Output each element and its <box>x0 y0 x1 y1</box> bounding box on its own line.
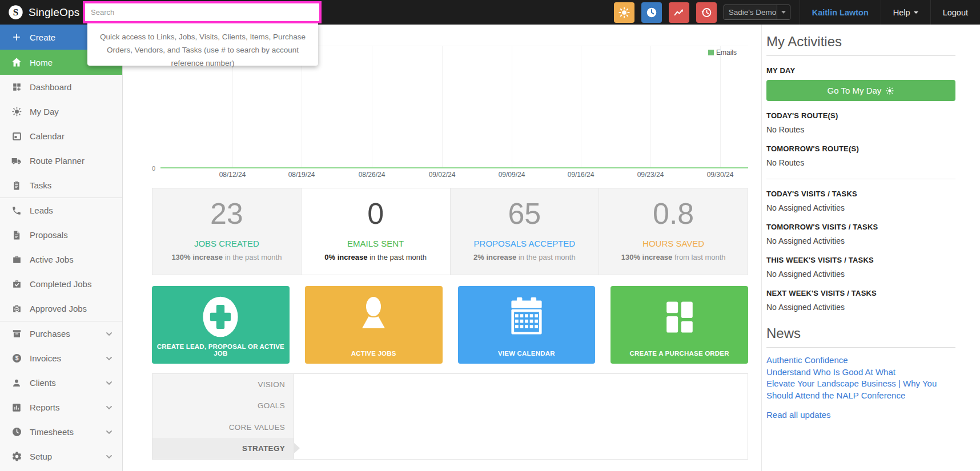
chevron-down-icon <box>105 404 113 412</box>
news-link[interactable]: Authentic Confidence <box>766 355 955 367</box>
sun-icon <box>10 106 23 118</box>
tab-label: GOALS <box>258 401 285 410</box>
metrics-quick-button[interactable] <box>669 2 689 23</box>
tab-strategy[interactable]: STRATEGY <box>152 438 294 459</box>
sidebar-item-leads[interactable]: Leads <box>0 198 122 223</box>
chart-gridline <box>512 46 512 167</box>
my-activities-title: My Activities <box>766 25 955 56</box>
sun-icon <box>618 6 630 19</box>
tab-goals[interactable]: GOALS <box>152 395 294 416</box>
sidebar-item-label: Completed Jobs <box>30 279 122 289</box>
sidebar-item-dashboard[interactable]: Dashboard <box>0 75 122 99</box>
tab-vision[interactable]: VISION <box>152 374 294 395</box>
history-quick-button[interactable] <box>696 2 717 23</box>
sidebar-item-tasks[interactable]: Tasks <box>0 173 122 198</box>
sidebar-item-label: Purchases <box>30 329 105 339</box>
phone-icon <box>10 204 23 217</box>
sidebar-item-completed-jobs[interactable]: Completed Jobs <box>0 272 122 296</box>
sidebar-item-proposals[interactable]: Proposals <box>0 223 122 247</box>
calendar-icon <box>10 130 23 143</box>
view-calendar-tile[interactable]: VIEW CALENDAR <box>458 286 596 364</box>
sidebar-item-label: Tasks <box>30 180 122 190</box>
stat-jobs-created[interactable]: 23 JOBS CREATED 130% increase in the pas… <box>152 188 302 275</box>
tile-label: ACTIVE JOBS <box>305 350 443 357</box>
help-label: Help <box>893 8 910 17</box>
briefcase-icon <box>10 253 23 266</box>
chart-gridline <box>372 46 372 167</box>
svg-text:$: $ <box>15 355 18 361</box>
chart-legend: Emails <box>708 49 737 57</box>
chart-y-axis-zero: 0 <box>152 165 155 172</box>
this-weeks-visits-heading: THIS WEEK'S VISITS / TASKS <box>766 256 955 264</box>
tomorrows-routes-heading: TOMORROW'S ROUTE(S) <box>766 144 955 153</box>
create-lead-proposal-job-tile[interactable]: CREATE LEAD, PROPOSAL OR ACTIVE JOB <box>152 286 290 364</box>
create-purchase-order-tile[interactable]: CREATE A PURCHASE ORDER <box>611 286 748 364</box>
sidebar: Create Home Dashboard My Day Calendar Ro… <box>0 25 123 471</box>
next-weeks-visits-heading: NEXT WEEK'S VISITS / TASKS <box>766 289 955 297</box>
stat-hours-saved[interactable]: 0.8 HOURS SAVED 130% increase from last … <box>599 188 748 275</box>
chart-gridline <box>581 46 581 167</box>
x-tick: 08/12/24 <box>208 171 256 179</box>
stat-value: 0.8 <box>599 196 748 231</box>
logout-button[interactable]: Logout <box>930 0 980 25</box>
chevron-down-icon <box>781 11 786 14</box>
tile-label: CREATE LEAD, PROPOSAL OR ACTIVE JOB <box>152 343 290 357</box>
stat-proposals-accepted[interactable]: 65 PROPOSALS ACCEPTED 2% increase in the… <box>451 188 600 275</box>
my-day-quick-button[interactable] <box>614 2 634 23</box>
sidebar-item-label: Proposals <box>30 230 122 240</box>
news-links: Authentic Confidence Understand Who Is G… <box>766 355 955 402</box>
account-select-arrow-button[interactable] <box>777 5 790 19</box>
tab-label: CORE VALUES <box>229 423 285 432</box>
sidebar-item-label: Approved Jobs <box>30 304 122 313</box>
account-select[interactable]: Sadie's Demo <box>724 5 790 20</box>
document-icon <box>10 229 23 241</box>
chevron-down-icon <box>105 453 113 461</box>
tomorrows-visits-heading: TOMORROW'S VISITS / TASKS <box>766 223 955 231</box>
news-link[interactable]: Understand Who Is Good At What <box>766 367 955 379</box>
singleops-logo[interactable]: S SingleOps <box>8 0 79 25</box>
sidebar-item-active-jobs[interactable]: Active Jobs <box>0 247 122 272</box>
sidebar-item-calendar[interactable]: Calendar <box>0 124 122 148</box>
dollar-circle-icon: $ <box>10 352 23 365</box>
active-jobs-tile[interactable]: ACTIVE JOBS <box>305 286 443 364</box>
news-link[interactable]: Elevate Your Landscape Business | Why Yo… <box>766 378 955 401</box>
grid-icon <box>611 292 748 342</box>
sidebar-item-my-day[interactable]: My Day <box>0 99 122 124</box>
go-to-my-day-label: Go To My Day <box>828 86 882 95</box>
dashboard-icon <box>10 81 23 94</box>
clipboard-icon <box>10 179 23 192</box>
timesheet-quick-button[interactable] <box>641 2 662 23</box>
stat-emails-sent[interactable]: 0 EMAILS SENT 0% increase in the past mo… <box>302 188 451 275</box>
tab-core-values[interactable]: CORE VALUES <box>152 417 294 438</box>
plus-circle-icon <box>152 292 290 342</box>
sidebar-item-approved-jobs[interactable]: Approved Jobs <box>0 296 122 321</box>
sidebar-item-label: Timesheets <box>30 427 105 437</box>
x-tick: 08/19/24 <box>278 171 326 179</box>
help-menu[interactable]: Help <box>881 0 930 25</box>
stat-label: PROPOSALS ACCEPTED <box>451 239 599 248</box>
sidebar-item-reports[interactable]: Reports <box>0 395 122 420</box>
person-icon <box>305 292 443 342</box>
user-menu[interactable]: Kaitlin Lawton <box>800 0 881 25</box>
stat-delta: 130% increase in the past month <box>152 253 301 261</box>
sidebar-item-label: Setup <box>30 452 105 461</box>
sidebar-item-setup[interactable]: Setup <box>0 444 122 469</box>
tile-label: CREATE A PURCHASE ORDER <box>611 350 748 357</box>
stat-delta: 2% increase in the past month <box>451 253 599 261</box>
sidebar-item-clients[interactable]: Clients <box>0 371 122 395</box>
clock-icon <box>645 6 658 19</box>
logout-label: Logout <box>943 8 968 17</box>
x-tick: 09/16/24 <box>557 171 605 179</box>
sidebar-item-timesheets[interactable]: Timesheets <box>0 420 122 444</box>
sidebar-item-invoices[interactable]: $ Invoices <box>0 346 122 371</box>
read-all-updates-link[interactable]: Read all updates <box>766 410 831 420</box>
stat-label: HOURS SAVED <box>599 239 748 248</box>
search-input[interactable] <box>85 3 319 21</box>
sidebar-item-route-planner[interactable]: Route Planner <box>0 148 122 173</box>
gear-icon <box>10 450 23 463</box>
sidebar-item-label: My Day <box>30 107 122 116</box>
x-tick: 09/23/24 <box>626 171 674 179</box>
chart-gridline <box>720 46 721 167</box>
go-to-my-day-button[interactable]: Go To My Day <box>766 80 955 101</box>
sidebar-item-purchases[interactable]: Purchases <box>0 321 122 346</box>
